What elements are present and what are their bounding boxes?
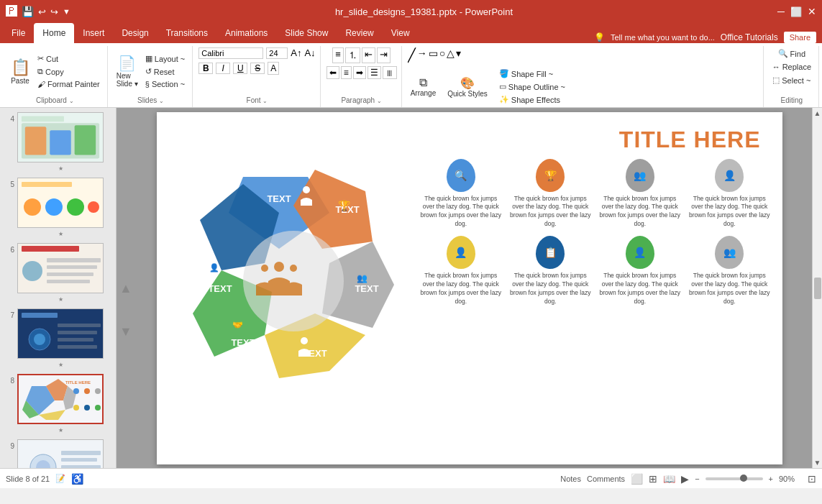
increase-indent-button[interactable]: ⇥	[377, 47, 391, 63]
slide-thumb-4[interactable]: 4 ★	[3, 111, 113, 173]
tab-insert[interactable]: Insert	[74, 23, 113, 43]
numbering-button[interactable]: ⒈	[345, 47, 360, 63]
svg-point-14	[22, 261, 42, 281]
svg-rect-13	[22, 246, 79, 252]
increase-font-icon[interactable]: A↑	[291, 47, 301, 59]
align-right-button[interactable]: ➡	[353, 66, 366, 79]
restore-icon[interactable]: ⬜	[790, 6, 802, 17]
slide-thumbnail-4	[17, 112, 104, 162]
tab-design[interactable]: Design	[113, 23, 157, 43]
oval-shape[interactable]: ○	[439, 47, 445, 63]
quick-save-icon[interactable]: 💾	[22, 6, 34, 17]
rect-shape[interactable]: ▭	[429, 47, 438, 63]
bold-button[interactable]: B	[198, 63, 213, 74]
tab-view[interactable]: View	[383, 23, 419, 43]
tab-slideshow[interactable]: Slide Show	[276, 23, 337, 43]
tab-review[interactable]: Review	[337, 23, 382, 43]
tab-officetutorials[interactable]: Office Tutorials	[721, 32, 778, 42]
svg-point-9	[45, 198, 63, 216]
tab-home[interactable]: Home	[34, 23, 74, 43]
align-left-button[interactable]: ⬅	[326, 66, 339, 79]
arrange-button[interactable]: ⧉ Arrange	[408, 74, 439, 99]
justify-button[interactable]: ☰	[367, 66, 381, 79]
scroll-down-button[interactable]: ▼	[814, 459, 821, 467]
replace-button[interactable]: ↔Replace	[770, 61, 814, 73]
notes-button[interactable]: Notes	[560, 475, 581, 483]
paste-button[interactable]: 📋 Paste	[7, 56, 33, 87]
slide-panel[interactable]: 4 ★ 5	[0, 108, 117, 468]
quick-styles-button[interactable]: 🎨 Quick Styles	[444, 74, 490, 100]
svg-rect-4	[50, 130, 71, 155]
cut-button[interactable]: ✂Cut	[35, 52, 103, 65]
svg-rect-7	[22, 182, 72, 187]
svg-point-50	[290, 265, 297, 272]
svg-point-61	[301, 337, 308, 344]
italic-button[interactable]: I	[216, 63, 230, 74]
align-center-button[interactable]: ≡	[341, 66, 352, 79]
font-color-button[interactable]: A	[268, 62, 279, 75]
new-slide-icon: 📄	[118, 55, 136, 72]
font-family-input[interactable]	[198, 47, 263, 59]
select-button[interactable]: ⬚Select ~	[770, 74, 813, 86]
decrease-indent-button[interactable]: ⇤	[362, 47, 375, 63]
minimize-icon[interactable]: ─	[777, 6, 785, 17]
fit-slide-button[interactable]: ⊡	[808, 473, 816, 485]
arrow-shape[interactable]: →	[417, 47, 427, 63]
new-slide-button[interactable]: 📄 NewSlide ▾	[114, 52, 141, 90]
close-icon[interactable]: ✕	[808, 6, 816, 17]
customize-icon[interactable]: ▼	[63, 7, 70, 16]
svg-point-34	[73, 388, 79, 394]
redo-icon[interactable]: ↪	[50, 6, 58, 17]
status-bar: Slide 8 of 21 📝 ♿ Notes Comments ⬜ ⊞ 📖 ▶…	[0, 468, 822, 488]
slides-controls: 📄 NewSlide ▾ ▦Layout ~ ↺Reset §Section ~	[114, 47, 188, 95]
tell-me-input[interactable]: Tell me what you want to do...	[611, 33, 715, 42]
view-normal-icon[interactable]: ⬜	[631, 473, 643, 485]
section-button[interactable]: §Section ~	[142, 78, 188, 90]
slide-thumb-5[interactable]: 5 ★	[3, 176, 113, 239]
font-size-input[interactable]	[266, 47, 288, 59]
view-slideshow-icon[interactable]: ▶	[681, 473, 689, 485]
triangle-shape[interactable]: △	[447, 47, 455, 63]
tab-animations[interactable]: Animations	[216, 23, 276, 43]
find-button[interactable]: 🔍Find	[775, 47, 808, 60]
shape-fill-button[interactable]: 🪣Shape Fill ~	[496, 68, 568, 80]
scroll-down-arrow[interactable]: ▼	[119, 324, 132, 339]
scroll-up-button[interactable]: ▲	[814, 109, 821, 117]
ribbon-group-drawing: ╱ → ▭ ○ △ ▾ ⧉ Arrange 🎨 Quick Styles 🪣Sh…	[403, 46, 764, 107]
bullets-button[interactable]: ≡	[332, 47, 344, 63]
line-shape[interactable]: ╱	[408, 47, 416, 63]
shape-outline-button[interactable]: ▭Shape Outline ~	[496, 81, 568, 93]
slide-thumb-6[interactable]: 6 ★	[3, 242, 113, 304]
zoom-in-button[interactable]: +	[769, 475, 773, 483]
tab-file[interactable]: File	[3, 23, 34, 43]
vertical-scrollbar[interactable]: ▲ ▼	[812, 108, 822, 468]
tab-transitions[interactable]: Transitions	[157, 23, 216, 43]
slide-thumb-7[interactable]: 7 ★	[3, 307, 113, 370]
slide-notes-icon: 📝	[55, 474, 65, 483]
paste-icon: 📋	[11, 58, 30, 77]
zoom-out-button[interactable]: −	[695, 475, 699, 483]
more-shapes-button[interactable]: ▾	[456, 47, 461, 63]
view-grid-icon[interactable]: ⊞	[649, 473, 657, 485]
decrease-font-icon[interactable]: A↓	[304, 47, 315, 59]
slide-thumb-8[interactable]: 8 TITLE HERE	[3, 372, 113, 435]
title-bar-left: 🅿 💾 ↩ ↪ ▼	[6, 5, 70, 18]
shape-effects-button[interactable]: ✨Shape Effects	[496, 93, 568, 106]
scroll-thumb[interactable]	[814, 278, 821, 299]
scroll-up-arrow[interactable]: ▲	[119, 280, 132, 295]
share-button[interactable]: Share	[784, 32, 816, 43]
slide-thumb-9[interactable]: 9 ★	[3, 438, 113, 468]
view-reading-icon[interactable]: 📖	[663, 473, 675, 485]
undo-icon[interactable]: ↩	[38, 6, 46, 17]
underline-button[interactable]: U	[233, 63, 247, 74]
comments-button[interactable]: Comments	[587, 475, 625, 483]
format-painter-button[interactable]: 🖌Format Painter	[35, 78, 103, 90]
zoom-level[interactable]: 90%	[779, 475, 802, 483]
zoom-slider[interactable]	[705, 477, 763, 480]
copy-button[interactable]: ⧉Copy	[35, 65, 103, 78]
strikethrough-button[interactable]: S	[250, 63, 265, 74]
layout-button[interactable]: ▦Layout ~	[142, 52, 188, 65]
columns-button[interactable]: ⫼	[383, 66, 397, 79]
reset-button[interactable]: ↺Reset	[142, 65, 188, 78]
tab-bar-right: 💡 Tell me what you want to do... Office …	[594, 32, 822, 43]
